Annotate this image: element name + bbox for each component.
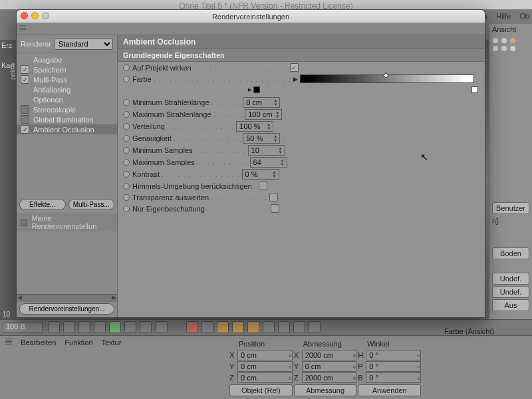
sidebar-item[interactable]: Global Illumination [17, 114, 117, 124]
tab-bearbeiten[interactable]: Bearbeiten [21, 338, 56, 346]
anim-dot-icon[interactable] [123, 123, 130, 130]
boden-button[interactable]: Boden [492, 247, 529, 259]
number-field[interactable]: 0 cm▲▼ [243, 97, 280, 108]
grip-icon[interactable] [19, 25, 26, 32]
position-field[interactable]: 0 cm [237, 372, 293, 383]
number-field[interactable]: 100 %▲▼ [236, 121, 273, 132]
window-titlebar[interactable]: Rendervoreinstellungen [17, 10, 485, 23]
sidebar-item[interactable]: ✓Multi-Pass [17, 74, 117, 84]
checkbox[interactable]: ✓ [21, 75, 29, 84]
anim-dot-icon[interactable] [123, 65, 130, 71]
sidebar-item[interactable]: Stereoskopie [17, 104, 117, 114]
effects-button[interactable]: Effekte... [19, 199, 66, 210]
sidebar-item[interactable]: Ausgabe [17, 55, 117, 65]
undef-button[interactable]: Undef. [492, 286, 529, 298]
objekt-dropdown[interactable]: Objekt (Rel) [229, 384, 293, 396]
autokey-icon[interactable] [201, 321, 213, 333]
zoom-icon[interactable] [42, 12, 49, 19]
menu-item[interactable]: Ob [519, 12, 529, 20]
size-field[interactable]: 2000 cm [302, 372, 357, 383]
aus-button[interactable]: Aus [492, 299, 529, 311]
prev-frame-icon[interactable] [94, 321, 106, 333]
position-field[interactable]: 0 cm [237, 350, 293, 360]
number-field[interactable]: 10▲▼ [248, 145, 285, 156]
sidebar-item[interactable]: Antialiasing [17, 84, 117, 94]
timeline-button[interactable] [48, 321, 60, 333]
anim-dot-icon[interactable] [123, 99, 130, 106]
color-dots[interactable] [489, 35, 532, 61]
spinner-icon[interactable]: ▲▼ [281, 158, 286, 167]
checkbox[interactable] [271, 204, 279, 213]
spinner-icon[interactable]: ▲▼ [267, 122, 272, 131]
anim-dot-icon[interactable] [123, 76, 130, 82]
menu-item[interactable]: Hilfe [496, 12, 511, 20]
presets-row[interactable]: Meine Rendervoreinstellun [17, 213, 117, 231]
multipass-button[interactable]: Multi-Pass... [68, 199, 115, 210]
goto-end-icon[interactable] [156, 321, 168, 333]
anwenden-button[interactable]: Anwenden [358, 384, 421, 396]
expand-icon[interactable]: ▸ [248, 85, 252, 94]
renderer-select[interactable]: Standard [54, 38, 113, 50]
position-field[interactable]: 0 cm [237, 361, 293, 372]
anim-dot-icon[interactable] [123, 159, 130, 166]
tab-funktion[interactable]: Funktion [65, 338, 92, 346]
angle-field[interactable]: 0 ° [366, 350, 421, 360]
key-icon[interactable] [217, 321, 229, 333]
number-field[interactable]: 100 cm▲▼ [245, 109, 282, 120]
anim-dot-icon[interactable] [123, 147, 130, 154]
size-field[interactable]: 0 cm [302, 361, 357, 372]
spinner-icon[interactable]: ▲▼ [273, 170, 278, 179]
sidebar-item[interactable]: ✓Speichern [17, 65, 117, 74]
close-icon[interactable] [21, 12, 28, 19]
size-field[interactable]: 2000 cm [302, 350, 357, 360]
key-icon[interactable] [293, 321, 305, 333]
number-field[interactable]: 0 %▲▼ [242, 169, 279, 180]
render-settings-button[interactable]: Rendervoreinstellungen... [19, 303, 114, 315]
timeline-field[interactable]: 100 B [3, 322, 43, 332]
sidebar-item[interactable]: ✓Ambient Occlusion [17, 124, 117, 134]
next-frame-icon[interactable] [124, 321, 136, 333]
anim-dot-icon[interactable] [123, 171, 130, 178]
prev-key-icon[interactable] [78, 321, 90, 333]
tab-textur[interactable]: Textur [101, 338, 121, 346]
tab[interactable]: Erz [0, 40, 16, 51]
color-swatch-white[interactable] [471, 86, 478, 93]
checkbox[interactable]: ✓ [290, 63, 299, 72]
expand-icon[interactable]: ▶ [293, 76, 298, 82]
key-icon[interactable] [278, 321, 290, 333]
anim-dot-icon[interactable] [123, 205, 130, 212]
angle-field[interactable]: 0 ° [366, 361, 421, 372]
spinner-icon[interactable]: ▲▼ [273, 134, 279, 143]
spinner-icon[interactable]: ▲▼ [279, 146, 284, 155]
anim-dot-icon[interactable] [123, 135, 130, 142]
checkbox[interactable]: ✓ [21, 125, 29, 134]
horizontal-scrollbar[interactable] [17, 294, 117, 302]
number-field[interactable]: 50 %▲▼ [243, 133, 280, 144]
undef-button[interactable]: Undef. [492, 273, 529, 285]
gradient-bar[interactable] [300, 74, 474, 83]
key-icon[interactable] [309, 321, 321, 333]
checkbox[interactable] [21, 105, 29, 114]
checkbox[interactable] [269, 193, 278, 201]
abmessung-dropdown[interactable]: Abmessung [294, 384, 357, 396]
checkbox[interactable]: ✓ [21, 65, 29, 74]
spinner-icon[interactable]: ▲▼ [273, 98, 279, 107]
record-icon[interactable] [186, 321, 198, 333]
key-icon[interactable] [263, 321, 275, 333]
play-icon[interactable] [109, 321, 121, 333]
angle-field[interactable]: 0 ° [366, 372, 421, 383]
anim-dot-icon[interactable] [123, 111, 130, 118]
spinner-icon[interactable]: ▲▼ [275, 110, 281, 119]
anim-dot-icon[interactable] [123, 183, 130, 190]
sidebar-item[interactable]: Optionen [17, 94, 117, 104]
key-icon[interactable] [247, 321, 259, 333]
grip-icon[interactable] [5, 338, 12, 345]
goto-start-icon[interactable] [63, 321, 75, 333]
checkbox[interactable] [21, 115, 29, 124]
next-key-icon[interactable] [140, 321, 152, 333]
anim-dot-icon[interactable] [123, 194, 130, 201]
benutzer-button[interactable]: Benutzer [492, 202, 529, 214]
color-swatch-black[interactable] [253, 86, 260, 93]
number-field[interactable]: 64▲▼ [250, 157, 287, 168]
gradient-stop[interactable] [382, 72, 389, 79]
